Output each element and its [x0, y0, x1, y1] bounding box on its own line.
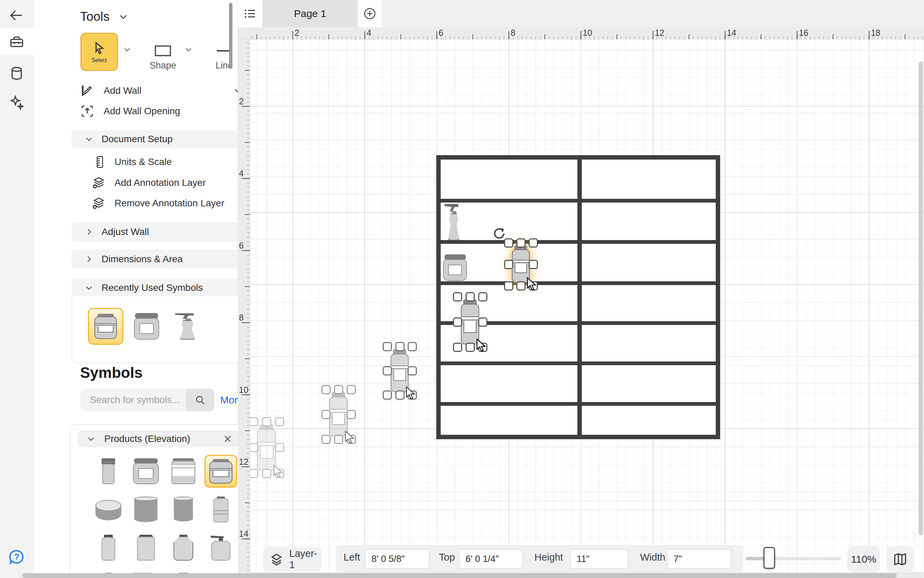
selection-handle[interactable] — [334, 435, 343, 444]
back-button[interactable] — [0, 2, 33, 29]
selection-handle[interactable] — [250, 469, 258, 478]
selection-handle[interactable] — [504, 281, 513, 291]
canvas-horizontal-scrollbar-thumb[interactable] — [23, 573, 897, 578]
selection-handle[interactable] — [478, 317, 487, 327]
recently-used-symbols-section[interactable]: Recently Used Symbols — [71, 279, 259, 297]
add-wall-row[interactable]: Add Wall — [81, 84, 141, 97]
product-symbol-bottle-slim[interactable] — [92, 531, 125, 564]
selection-handle[interactable] — [466, 343, 475, 352]
canvas-symbol-jar-tall[interactable] — [511, 245, 530, 283]
selection-handle[interactable] — [529, 239, 538, 248]
selection-handle[interactable] — [408, 366, 417, 375]
canvas-symbol-jar-wide[interactable] — [443, 254, 467, 281]
add-page-button[interactable] — [358, 0, 382, 27]
canvas-symbol-jar-tall[interactable] — [390, 349, 409, 392]
select-dropdown-chevron-icon[interactable] — [123, 45, 131, 54]
canvas-symbol-jar-tall[interactable] — [460, 299, 480, 344]
recent-symbol-spray-bottle[interactable] — [170, 308, 205, 345]
selection-handle[interactable] — [321, 435, 331, 444]
add-annotation-layer-row[interactable]: Add Annotation Layer — [92, 176, 206, 190]
units-scale-row[interactable]: Units & Scale — [94, 156, 172, 169]
layer-selector[interactable]: Layer-1 — [263, 547, 322, 572]
selection-handle[interactable] — [250, 417, 258, 426]
selection-handle[interactable] — [453, 317, 462, 327]
selection-handle[interactable] — [321, 410, 331, 419]
selection-handle[interactable] — [395, 342, 405, 351]
product-symbol-tub-low[interactable] — [92, 493, 125, 526]
selection-handle[interactable] — [516, 239, 526, 248]
recent-symbol-jar-tall[interactable] — [88, 308, 123, 345]
add-wall-opening-row[interactable]: Add Wall Opening — [81, 104, 180, 118]
selection-handle[interactable] — [466, 292, 475, 302]
recent-symbol-jar-wide[interactable] — [129, 308, 164, 345]
selection-handle[interactable] — [275, 443, 284, 452]
product-symbol-bottle-taper[interactable] — [167, 531, 200, 564]
products-category-header[interactable]: Products (Elevation) — [78, 430, 241, 447]
minimap-button[interactable] — [887, 546, 913, 572]
selection-handle[interactable] — [275, 417, 284, 426]
product-symbol-jar-wide[interactable] — [129, 455, 162, 488]
selection-handle[interactable] — [262, 469, 271, 478]
page-list-button[interactable] — [238, 0, 262, 27]
adjust-wall-section[interactable]: Adjust Wall — [71, 222, 259, 242]
selection-handle[interactable] — [346, 385, 356, 394]
zoom-slider-track[interactable] — [746, 557, 841, 560]
search-button[interactable] — [186, 389, 214, 411]
product-symbol-cyl-med[interactable] — [167, 493, 200, 526]
shape-tool-button[interactable]: Shape — [147, 33, 179, 71]
selection-handle[interactable] — [408, 342, 417, 351]
canvas-symbol-jar-tall[interactable] — [328, 392, 348, 437]
selection-handle[interactable] — [453, 292, 462, 302]
selection-handle[interactable] — [395, 390, 405, 399]
product-symbol-jar-tall[interactable] — [204, 455, 237, 488]
product-symbol-vial[interactable] — [92, 455, 125, 488]
dimensions-area-section[interactable]: Dimensions & Area — [71, 250, 259, 269]
selection-handle[interactable] — [478, 292, 487, 302]
search-input[interactable]: Search for symbols... — [81, 395, 186, 406]
top-field-input[interactable]: 6' 0 1/4" — [459, 549, 523, 569]
selection-handle[interactable] — [408, 390, 417, 399]
tools-header[interactable]: Tools — [80, 10, 128, 24]
selection-handle[interactable] — [383, 366, 392, 375]
product-symbol-cyl-tall[interactable] — [129, 493, 162, 526]
remove-annotation-layer-row[interactable]: Remove Annotation Layer — [92, 196, 224, 210]
shape-dropdown-chevron-icon[interactable] — [184, 45, 193, 54]
width-field-input[interactable]: 7" — [667, 549, 731, 569]
zoom-slider-thumb[interactable] — [764, 547, 775, 569]
height-field-input[interactable]: 11" — [570, 549, 628, 569]
left-field-input[interactable]: 8' 0 5/8" — [365, 549, 429, 569]
selection-handle[interactable] — [346, 435, 356, 444]
selection-handle[interactable] — [321, 385, 331, 394]
product-symbol-jar-striped[interactable] — [167, 455, 200, 488]
close-icon[interactable] — [223, 434, 233, 444]
product-symbol-bottle-rect[interactable] — [129, 531, 162, 564]
drawing-canvas[interactable] — [250, 39, 924, 578]
ai-button[interactable] — [0, 89, 33, 116]
selection-handle[interactable] — [529, 281, 538, 291]
selection-handle[interactable] — [262, 417, 271, 426]
selection-handle[interactable] — [478, 343, 487, 352]
toolbox-button[interactable] — [0, 29, 33, 55]
selection-handle[interactable] — [383, 390, 392, 399]
selection-handle[interactable] — [346, 410, 356, 419]
tools-panel-scrollbar-thumb[interactable] — [229, 3, 233, 68]
selection-handle[interactable] — [529, 260, 538, 269]
selection-handle[interactable] — [334, 385, 343, 394]
document-setup-section[interactable]: Document Setup — [71, 130, 259, 148]
selection-handle[interactable] — [275, 469, 284, 478]
selection-handle[interactable] — [453, 343, 462, 352]
canvas-vertical-scrollbar-thumb[interactable] — [919, 62, 923, 535]
select-tool-button[interactable]: Select — [81, 33, 118, 71]
selection-handle[interactable] — [516, 281, 526, 291]
selection-handle[interactable] — [383, 342, 392, 351]
product-symbol-water-bottle[interactable] — [204, 493, 237, 526]
selection-handle[interactable] — [250, 443, 258, 452]
product-symbol-pump-bottle[interactable] — [204, 531, 237, 564]
canvas-symbol-jar-tall[interactable] — [256, 424, 277, 471]
line-tool-button[interactable]: Line — [208, 33, 241, 71]
help-button[interactable]: ? — [0, 544, 33, 570]
canvas-symbol-spray-bottle[interactable] — [444, 204, 463, 240]
tab-page-1[interactable]: Page 1 — [262, 0, 358, 27]
selection-handle[interactable] — [504, 260, 513, 269]
data-button[interactable] — [0, 60, 33, 87]
